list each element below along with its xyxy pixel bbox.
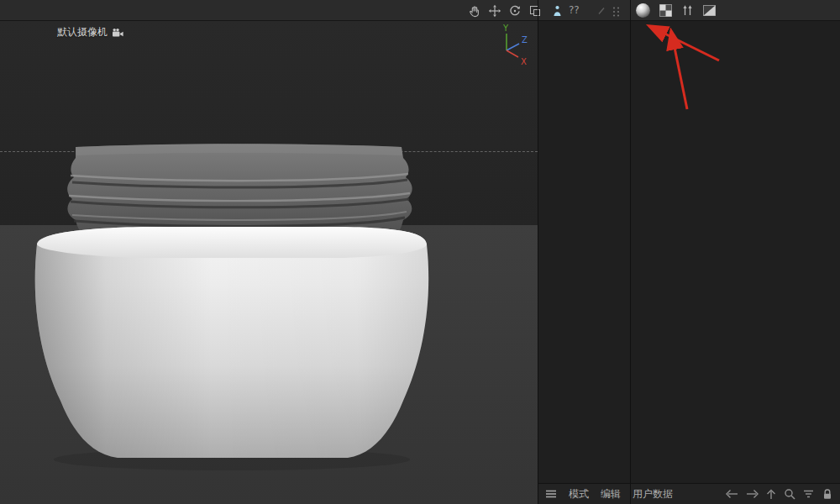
camera-name-label: 默认摄像机 <box>57 25 108 39</box>
forward-arrow-icon[interactable] <box>746 489 759 499</box>
menu-user-data[interactable]: 用户数据 <box>633 487 673 501</box>
maximize-view-icon[interactable] <box>528 3 542 18</box>
object-panel-header: ?? <box>551 3 606 18</box>
visibility-slash-icon[interactable] <box>596 6 606 16</box>
back-arrow-icon[interactable] <box>726 489 738 499</box>
material-panel-header <box>635 3 717 18</box>
filter-icon[interactable] <box>803 489 814 499</box>
rotate-icon[interactable] <box>507 3 522 18</box>
axis-z-label: Z <box>522 35 528 45</box>
panel-grip-icon[interactable] <box>611 5 622 21</box>
layer-corner-icon[interactable] <box>702 4 717 17</box>
move-icon[interactable] <box>487 3 501 18</box>
axis-gizmo: Y Z X <box>496 23 533 68</box>
pan-hand-icon[interactable] <box>467 3 481 18</box>
lock-icon[interactable] <box>822 488 833 500</box>
axis-x-label: X <box>521 57 527 66</box>
viewport-tool-group <box>467 3 542 18</box>
material-attribute-panel[interactable] <box>631 21 840 483</box>
bottom-nav-group <box>726 488 833 500</box>
search-icon[interactable] <box>784 488 795 500</box>
material-sphere-icon[interactable] <box>635 3 651 18</box>
hamburger-menu-icon[interactable] <box>545 489 557 499</box>
menu-edit[interactable]: 编辑 <box>601 487 621 501</box>
channels-arrows-icon[interactable] <box>680 3 695 18</box>
panel-divider[interactable] <box>630 0 631 504</box>
texture-checker-icon[interactable] <box>659 3 673 18</box>
menu-mode[interactable]: 模式 <box>569 487 589 501</box>
axis-y-label: Y <box>502 24 509 33</box>
object-name-label[interactable]: ?? <box>569 3 580 18</box>
panel-divider[interactable] <box>538 0 538 504</box>
object-figure-icon[interactable] <box>551 4 564 18</box>
attribute-bottom-bar: 模式 编辑 用户数据 <box>538 483 840 504</box>
viewport-canvas[interactable]: 默认摄像机 Y Z X <box>0 21 538 504</box>
top-toolbar: ?? <box>0 0 840 21</box>
camera-selector[interactable]: 默认摄像机 <box>57 25 124 39</box>
up-arrow-icon[interactable] <box>766 489 776 500</box>
camera-icon <box>112 28 124 38</box>
jar-model <box>0 21 538 504</box>
object-manager-panel[interactable] <box>538 21 630 504</box>
